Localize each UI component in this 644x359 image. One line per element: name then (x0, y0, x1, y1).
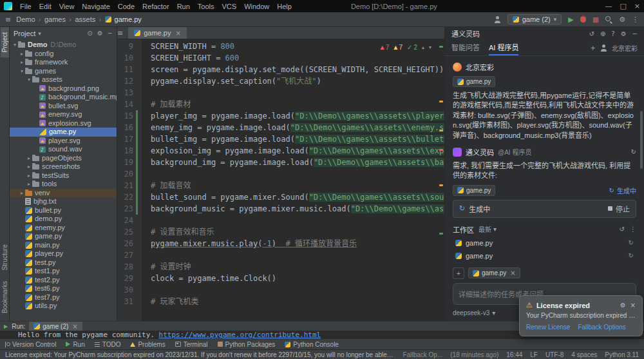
editor-tab-game-py[interactable]: game.py × (128, 27, 187, 39)
error-stripe[interactable] (438, 39, 444, 321)
tab-smart-qa[interactable]: 智能问答 (451, 40, 480, 55)
tree-item-player-svg[interactable]: player.svg (10, 137, 117, 146)
renew-license-link[interactable]: Renew License (526, 324, 570, 331)
run-button[interactable]: ▶ (568, 15, 573, 24)
tree-item-tools[interactable]: ▸tools (10, 180, 117, 189)
account-name[interactable]: 北京宏彩 (612, 43, 638, 53)
tool-window-button-todo[interactable]: TODO (95, 341, 121, 348)
tree-item-test-py[interactable]: test.py (10, 258, 117, 267)
tool-window-button-package[interactable]: Python Packages (218, 341, 276, 348)
menu-tools[interactable]: Tools (194, 1, 218, 12)
notification-close-icon[interactable]: × (630, 302, 636, 309)
tree-item-game-py[interactable]: game.py (10, 232, 117, 241)
hide-panel-icon[interactable]: − (632, 30, 638, 37)
tool-window-button-python[interactable]: Python Console (285, 341, 339, 348)
new-session-icon[interactable]: ⊕ (600, 30, 605, 37)
menu-edit[interactable]: Edit (35, 1, 55, 12)
workspace-file[interactable]: game.py↻ (453, 237, 636, 249)
maximize-button[interactable]: □ (620, 2, 626, 10)
tree-item-background-png[interactable]: background.png (10, 84, 117, 93)
tree-item-test6-py[interactable]: test6.py (10, 284, 117, 293)
menu-window[interactable]: Window (240, 1, 273, 12)
status-message[interactable]: License expired: Your PyCharm subscripti… (5, 351, 395, 358)
tool-window-button-branch[interactable]: Version Control (5, 341, 56, 348)
menu-vcs[interactable]: VCS (218, 1, 241, 12)
tree-item-test2-py[interactable]: test2.py (10, 276, 117, 285)
tree-item-test7-py[interactable]: test7.py (10, 293, 117, 302)
run-config-selector[interactable]: game (2) ▾ (507, 14, 562, 24)
workspace-file[interactable]: game.py↻ (453, 249, 636, 262)
breadcrumb-item[interactable]: game.py (115, 15, 142, 23)
tree-item-assets[interactable]: ▾assets (10, 75, 117, 84)
close-run-tab-icon[interactable]: × (72, 323, 77, 330)
search-everywhere-icon[interactable] (605, 16, 612, 23)
next-problem-icon[interactable]: ▾ (429, 42, 431, 53)
run-tab[interactable]: game (2) × (29, 322, 82, 331)
tree-item-demo-py[interactable]: demo.py (10, 215, 117, 224)
stop-button[interactable]: ■ (592, 15, 599, 24)
inspections-widget[interactable]: ▲7 ▲7 ✓2 ▴ ▾ (378, 41, 434, 54)
tree-item-config[interactable]: ▸config (10, 50, 117, 59)
tree-item-main-py[interactable]: main.py (10, 241, 117, 250)
generated-file-chip[interactable]: game.py (453, 185, 495, 196)
tool-stripe-bookmarks[interactable]: Bookmarks (1, 276, 9, 318)
settings-icon[interactable]: ⚙ (619, 15, 625, 24)
scrollbar[interactable] (640, 111, 643, 169)
indent-style[interactable]: 4 spaces (571, 351, 597, 358)
tree-item-venv[interactable]: ▸venv (10, 189, 117, 198)
close-tab-icon[interactable]: × (175, 30, 180, 37)
debug-button[interactable] (580, 16, 586, 23)
file-encoding[interactable]: UTF-8 (545, 351, 564, 358)
menu-refactor[interactable]: Refactor (138, 1, 173, 12)
menu-file[interactable]: File (16, 1, 35, 12)
user-avatar-icon[interactable] (494, 16, 501, 23)
settings-icon[interactable]: ⚙ (621, 30, 627, 37)
menu-run[interactable]: Run (173, 1, 194, 12)
tree-item-bullet-svg[interactable]: bullet.svg (10, 102, 117, 111)
prev-problem-icon[interactable]: ▴ (422, 42, 424, 53)
refresh-icon[interactable]: ↻ (629, 252, 634, 259)
attachment-chip[interactable]: game.py × (468, 267, 520, 278)
context-file-chip[interactable]: game.py (453, 76, 495, 87)
tree-item-background-music-mp3[interactable]: background_music.mp3 (10, 93, 117, 102)
menu-help[interactable]: Help (273, 1, 296, 12)
tool-window-button-terminal[interactable]: Terminal (175, 341, 208, 348)
remove-attachment-icon[interactable]: × (510, 269, 515, 277)
minimize-button[interactable]: — (605, 2, 612, 10)
tab-ai-programmer[interactable]: AI 程序员 (489, 40, 518, 55)
tree-item-player-py[interactable]: player.py (10, 249, 117, 258)
tool-stripe-structure[interactable]: Structure (1, 239, 9, 276)
regenerate-icon[interactable]: ↻ (631, 148, 636, 155)
menu-code[interactable]: Code (114, 1, 138, 12)
history-icon[interactable]: ↺ (589, 30, 594, 37)
fallback-options-status[interactable]: Fallback Op... (403, 351, 443, 358)
breadcrumb-item[interactable]: games (44, 15, 66, 23)
fallback-options-link[interactable]: Fallback Options (578, 324, 625, 331)
stop-generation-button[interactable]: 停止 (608, 204, 630, 214)
tree-item-framework[interactable]: ▸framework (10, 58, 117, 67)
tree-item-explosion-svg[interactable]: explosion.svg (10, 119, 117, 128)
help-icon[interactable]: ? (611, 30, 614, 37)
tree-item-pageobjects[interactable]: ▸pageObjects (10, 154, 117, 163)
tree-item-enemy-svg[interactable]: enemy.svg (10, 110, 117, 119)
line-separator[interactable]: LF (530, 351, 538, 358)
add-session-icon[interactable]: + (591, 44, 596, 52)
refresh-icon[interactable]: ↻ (629, 239, 634, 246)
code-area[interactable]: SCREEN_WIDTH = 800SCREEN_HEIGHT = 600scr… (142, 39, 444, 321)
more-options-icon[interactable]: ⋮ (632, 15, 639, 24)
tree-item-games[interactable]: ▾games (10, 67, 117, 76)
tree-item-sound-wav[interactable]: sound.wav (10, 145, 117, 154)
tree-item-game-py[interactable]: game.py (10, 128, 117, 137)
tool-stripe-project[interactable]: Project (1, 27, 9, 57)
workspace-sort[interactable]: 最新 ▾ (478, 224, 497, 234)
breadcrumb-item[interactable]: Demo (16, 15, 35, 23)
more-icon[interactable]: ⋮ (630, 226, 636, 233)
notification-settings-icon[interactable]: ⚙ (620, 302, 626, 309)
locate-file-icon[interactable]: ⊙ (87, 30, 92, 37)
tree-item-utils-py[interactable]: utils.py (10, 302, 117, 311)
hamburger-menu-icon[interactable]: ≡ (5, 15, 11, 24)
editor-tabs-menu-icon[interactable]: ≡ (117, 29, 123, 37)
breadcrumb-item[interactable]: assets (75, 15, 95, 23)
project-view-selector[interactable]: Project (14, 30, 35, 37)
settings-icon[interactable]: ⚙ (97, 30, 103, 37)
